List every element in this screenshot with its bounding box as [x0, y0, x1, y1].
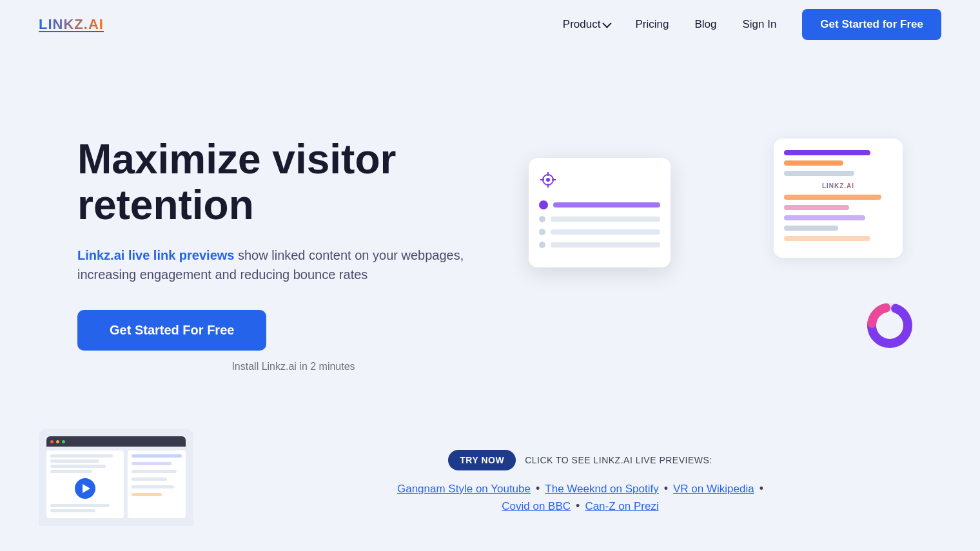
- preview-link-canz[interactable]: Can-Z on Prezi: [585, 500, 658, 513]
- nav-links: Product Pricing Blog Sign In Get Started…: [563, 9, 941, 40]
- navbar: LINKZ.AI Product Pricing Blog Sign In Ge…: [0, 0, 980, 48]
- card-row-2: [539, 216, 660, 222]
- hero-section: Maximize visitor retention Linkz.ai live…: [0, 48, 980, 422]
- preview-links-row-2: Covid on BBC • Can-Z on Prezi: [502, 499, 658, 513]
- play-icon: [83, 484, 90, 493]
- hero-cta-button[interactable]: Get Started For Free: [77, 310, 266, 351]
- minimize-dot: [56, 440, 59, 443]
- hero-illustration: LINKZ.AI: [509, 119, 941, 390]
- card-back-logo: LINKZ.AI: [784, 182, 892, 189]
- play-button-area[interactable]: [50, 478, 120, 499]
- bullet-1: •: [536, 482, 540, 496]
- crosshair-icon: [539, 171, 557, 189]
- chevron-down-icon: [603, 19, 612, 28]
- hero-text: Maximize visitor retention Linkz.ai live…: [77, 137, 509, 372]
- nav-product[interactable]: Product: [563, 18, 610, 31]
- hero-install-text: Install Linkz.ai in 2 minutes: [77, 361, 509, 372]
- maximize-dot: [62, 440, 65, 443]
- mockup-content: [46, 450, 186, 518]
- mockup-left-panel: [46, 450, 124, 518]
- hero-subtitle: Linkz.ai live link previews show linked …: [77, 246, 509, 284]
- gray-dot-3: [539, 242, 545, 248]
- close-dot: [50, 440, 54, 443]
- card-row-4: [539, 242, 660, 248]
- purple-dot: [539, 200, 548, 209]
- try-now-area: TRY NOW CLICK TO SEE LINKZ.AI LIVE PREVI…: [219, 450, 941, 526]
- bottom-section: TRY NOW CLICK TO SEE LINKZ.AI LIVE PREVI…: [0, 429, 980, 526]
- play-button[interactable]: [75, 478, 95, 499]
- preview-card-front: [529, 158, 671, 267]
- preview-link-covid[interactable]: Covid on BBC: [502, 500, 571, 513]
- gray-dot-1: [539, 216, 545, 222]
- preview-card-back: LINKZ.AI: [774, 139, 903, 258]
- try-now-row: TRY NOW CLICK TO SEE LINKZ.AI LIVE PREVI…: [448, 450, 712, 470]
- bullet-2: •: [664, 482, 668, 496]
- hero-subtitle-link[interactable]: Linkz.ai live link previews: [77, 248, 234, 262]
- try-now-label: CLICK TO SEE LINKZ.AI LIVE PREVIEWS:: [525, 455, 712, 465]
- preview-link-vr[interactable]: VR on Wikipedia: [673, 483, 754, 496]
- product-mockup: [39, 429, 193, 526]
- preview-links-row: Gangnam Style on Youtube • The Weeknd on…: [397, 482, 763, 496]
- card-row-3: [539, 229, 660, 235]
- preview-link-gangnam[interactable]: Gangnam Style on Youtube: [397, 483, 531, 496]
- mockup-titlebar: [46, 436, 186, 447]
- hero-title: Maximize visitor retention: [77, 137, 509, 227]
- nav-cta-button[interactable]: Get Started for Free: [802, 9, 941, 40]
- donut-chart: [864, 300, 916, 351]
- mockup-right-panel: [128, 450, 186, 518]
- donut-svg: [864, 300, 916, 351]
- preview-link-weeknd[interactable]: The Weeknd on Spotify: [545, 483, 658, 496]
- nav-pricing[interactable]: Pricing: [635, 18, 669, 31]
- bullet-3: •: [760, 482, 763, 496]
- svg-point-1: [546, 178, 550, 182]
- card-back-lines: [784, 195, 892, 241]
- card-row-1: [539, 200, 660, 209]
- try-now-badge[interactable]: TRY NOW: [448, 450, 516, 470]
- brand-logo[interactable]: LINKZ.AI: [39, 16, 104, 33]
- bullet-4: •: [576, 499, 580, 513]
- nav-blog[interactable]: Blog: [694, 18, 716, 31]
- nav-signin[interactable]: Sign In: [742, 18, 776, 31]
- gray-dot-2: [539, 229, 545, 235]
